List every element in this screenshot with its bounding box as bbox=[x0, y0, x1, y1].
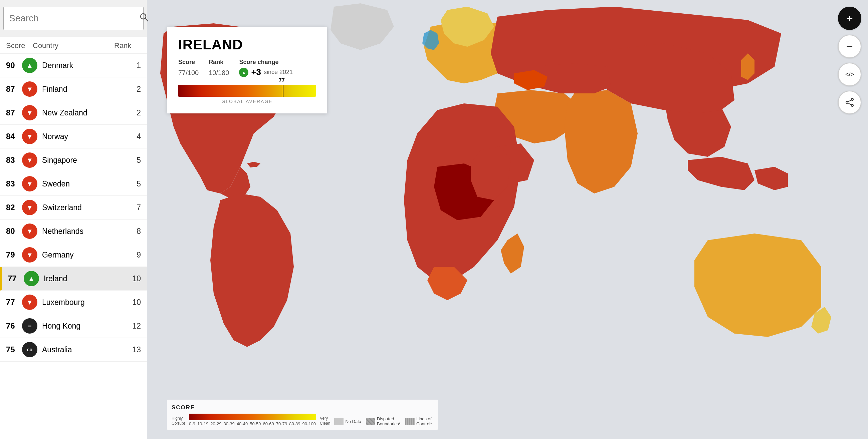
popup-change-since: since 2021 bbox=[264, 69, 293, 76]
country-name: Switzerland bbox=[42, 203, 121, 212]
legend-disputed: DisputedBoundaries* bbox=[366, 416, 401, 426]
country-row[interactable]: 83 ▼ Sweden 5 bbox=[0, 172, 147, 196]
country-trend-arrow: ▲ bbox=[22, 58, 37, 73]
lines-label: Lines ofControl* bbox=[416, 416, 432, 426]
search-area bbox=[3, 7, 144, 30]
country-score: 87 bbox=[6, 108, 22, 117]
svg-point-0 bbox=[141, 14, 146, 19]
country-name: Finland bbox=[42, 85, 121, 94]
country-trend-arrow: ▼ bbox=[22, 81, 37, 97]
country-score: 75 bbox=[6, 345, 22, 354]
country-name: Sweden bbox=[42, 179, 121, 189]
legend-gradient-bar bbox=[189, 414, 316, 420]
country-name: Denmark bbox=[42, 61, 121, 70]
lines-swatch bbox=[405, 418, 415, 425]
sidebar-header: Score Country Rank bbox=[0, 37, 147, 54]
zoom-out-button[interactable]: − bbox=[838, 35, 861, 58]
disputed-label: DisputedBoundaries* bbox=[377, 416, 401, 426]
country-name: Hong Kong bbox=[42, 322, 121, 331]
country-rank: 10 bbox=[121, 274, 141, 283]
share-icon bbox=[845, 98, 854, 107]
score-marker: 77 bbox=[279, 77, 285, 83]
legend-title: SCORE bbox=[172, 404, 432, 411]
svg-line-6 bbox=[848, 100, 851, 102]
popup-score-num: 77 bbox=[178, 69, 186, 76]
score-bar: 77 bbox=[178, 85, 316, 97]
country-row[interactable]: 76 = Hong Kong 12 bbox=[0, 314, 147, 338]
country-row[interactable]: 87 ▼ New Zealand 2 bbox=[0, 101, 147, 125]
country-row[interactable]: 82 ▼ Switzerland 7 bbox=[0, 196, 147, 220]
popup-score-label: Score bbox=[178, 59, 199, 66]
popup-country-title: IRELAND bbox=[178, 37, 316, 53]
popup-rank-label: Rank bbox=[209, 59, 229, 66]
embed-button[interactable]: </> bbox=[838, 63, 861, 86]
share-button[interactable] bbox=[838, 91, 861, 114]
score-bar-container: 77 GLOBAL AVERAGE bbox=[178, 85, 316, 104]
country-row[interactable]: 77 ▲ Ireland 10 bbox=[0, 267, 147, 291]
score-marker-line bbox=[283, 85, 283, 97]
search-input[interactable] bbox=[4, 13, 134, 24]
info-popup: IRELAND Score 77/100 Rank 10/180 Score c… bbox=[167, 27, 327, 113]
country-name: Luxembourg bbox=[42, 298, 121, 307]
header-country: Country bbox=[33, 41, 114, 50]
country-score: 77 bbox=[8, 274, 24, 283]
country-list: 90 ▲ Denmark 1 87 ▼ Finland 2 87 ▼ New Z… bbox=[0, 54, 147, 362]
search-button[interactable] bbox=[134, 12, 155, 25]
legend-gradient-labels: 0-9 10-19 20-29 30-39 40-49 50-59 60-69 … bbox=[189, 421, 316, 426]
country-row[interactable]: 87 ▼ Finland 2 bbox=[0, 77, 147, 101]
country-name: New Zealand bbox=[42, 108, 121, 117]
svg-point-5 bbox=[851, 104, 853, 106]
country-score: 87 bbox=[6, 85, 22, 94]
country-rank: 7 bbox=[121, 203, 141, 212]
search-icon bbox=[139, 12, 149, 22]
country-trend-arrow: = bbox=[22, 318, 37, 334]
country-rank: 9 bbox=[121, 250, 141, 260]
country-trend-arrow: ▼ bbox=[22, 105, 37, 121]
zoom-in-button[interactable]: + bbox=[838, 7, 861, 30]
legend-left-label: HighlyCorrupt bbox=[172, 416, 185, 426]
country-row[interactable]: 83 ▼ Singapore 5 bbox=[0, 148, 147, 172]
country-trend-arrow: ▼ bbox=[22, 176, 37, 192]
country-rank: 1 bbox=[121, 61, 141, 70]
popup-score-change: ▲ +3 since 2021 bbox=[239, 67, 293, 77]
country-row[interactable]: 84 ▼ Norway 4 bbox=[0, 125, 147, 148]
country-name: Norway bbox=[42, 132, 121, 141]
country-row[interactable]: 75 co Australia 13 bbox=[0, 338, 147, 362]
country-rank: 10 bbox=[121, 298, 141, 307]
country-score: 79 bbox=[6, 250, 22, 260]
country-score: 84 bbox=[6, 132, 22, 141]
svg-line-7 bbox=[848, 103, 851, 105]
global-avg-label: GLOBAL AVERAGE bbox=[178, 99, 316, 104]
country-row[interactable]: 80 ▼ Netherlands 8 bbox=[0, 220, 147, 243]
country-name: Netherlands bbox=[42, 227, 121, 236]
popup-score-denom: /100 bbox=[186, 69, 199, 76]
popup-change-label: Score change bbox=[239, 59, 293, 66]
country-rank: 12 bbox=[121, 322, 141, 331]
country-row[interactable]: 79 ▼ Germany 9 bbox=[0, 243, 147, 267]
no-data-swatch bbox=[334, 418, 344, 425]
country-score: 77 bbox=[6, 298, 22, 307]
popup-rank-value: 10/180 bbox=[209, 67, 229, 77]
country-rank: 8 bbox=[121, 227, 141, 236]
map-area[interactable]: IRELAND Score 77/100 Rank 10/180 Score c… bbox=[147, 0, 868, 439]
country-trend-arrow: ▼ bbox=[22, 247, 37, 263]
popup-stats-row: Score 77/100 Rank 10/180 Score change ▲ … bbox=[178, 59, 316, 77]
country-trend-arrow: ▼ bbox=[22, 153, 37, 168]
country-score: 82 bbox=[6, 203, 22, 212]
country-score: 83 bbox=[6, 156, 22, 165]
popup-change-arrow: ▲ bbox=[239, 68, 248, 77]
map-controls: + − </> bbox=[838, 7, 861, 114]
country-row[interactable]: 90 ▲ Denmark 1 bbox=[0, 54, 147, 77]
country-rank: 2 bbox=[121, 85, 141, 94]
header-rank: Rank bbox=[114, 41, 141, 50]
svg-line-1 bbox=[145, 18, 148, 21]
country-trend-arrow: ▼ bbox=[22, 129, 37, 144]
country-row[interactable]: 77 ▼ Luxembourg 10 bbox=[0, 291, 147, 314]
legend-lines: Lines ofControl* bbox=[405, 416, 432, 426]
popup-score-group: Score 77/100 bbox=[178, 59, 199, 77]
header-score: Score bbox=[6, 41, 33, 50]
disputed-swatch bbox=[366, 418, 375, 425]
country-score: 83 bbox=[6, 179, 22, 189]
search-box bbox=[3, 7, 144, 30]
country-score: 76 bbox=[6, 321, 22, 331]
